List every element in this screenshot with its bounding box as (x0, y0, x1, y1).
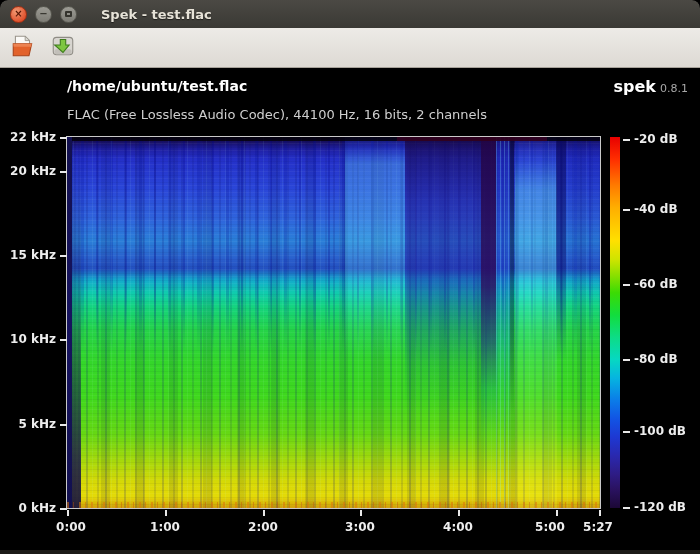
x-tick-mark (165, 510, 167, 516)
x-tick-label: 3:00 (336, 519, 384, 535)
spectrogram-bright-cyan-section (345, 137, 405, 360)
file-path: /home/ubuntu/test.flac (67, 78, 247, 94)
close-icon: × (14, 9, 22, 19)
x-tick-label: 2:00 (239, 519, 287, 535)
save-download-icon (50, 33, 76, 62)
minimize-icon: − (39, 9, 47, 19)
colorbar-tick-mark (623, 139, 630, 141)
x-tick-label: 5:27 (574, 519, 622, 535)
y-tick-mark (60, 424, 67, 426)
save-button[interactable] (47, 32, 78, 63)
y-tick-mark (60, 137, 67, 139)
spectrogram (66, 136, 601, 509)
y-tick-label: 0 kHz (0, 500, 56, 516)
spectrogram-tail-section (566, 137, 600, 304)
colorbar-tick-mark (623, 431, 630, 433)
y-tick-mark (60, 171, 67, 173)
colorbar-tick-mark (623, 209, 630, 211)
titlebar[interactable]: × − Spek - test.flac (0, 0, 700, 28)
spectrogram-panel: /home/ubuntu/test.flac spek0.8.1 FLAC (F… (0, 68, 700, 554)
spectrogram-dark-gap (510, 137, 514, 415)
file-info: FLAC (Free Lossless Audio Codec), 44100 … (67, 107, 487, 122)
x-tick-mark (556, 510, 558, 516)
y-tick-label: 5 kHz (0, 416, 56, 432)
y-tick-mark (60, 255, 67, 257)
colorbar-tick-label: -20 dB (634, 131, 696, 147)
x-tick-mark (458, 510, 460, 516)
brand-version: 0.8.1 (660, 82, 688, 95)
spectrogram-bass-speckle (67, 502, 600, 508)
spectrogram-quiet-section (405, 137, 481, 508)
x-tick-mark (263, 510, 265, 516)
colorbar-tick-label: -100 dB (634, 423, 696, 439)
x-tick-label: 5:00 (526, 519, 574, 535)
colorbar-tick-label: -40 dB (634, 201, 696, 217)
minimize-button[interactable]: − (35, 6, 52, 23)
spectrogram-fade-in-wedge (72, 137, 81, 508)
colorbar-tick-label: -80 dB (634, 351, 696, 367)
y-tick-label: 15 kHz (0, 247, 56, 263)
window-title: Spek - test.flac (101, 7, 212, 22)
toolbar (0, 28, 700, 68)
colorbar-tick-mark (623, 507, 630, 509)
x-tick-mark (67, 510, 69, 516)
open-folder-icon (10, 33, 36, 62)
spectrogram-navy-column (556, 137, 566, 360)
spectrogram-loud-section (515, 137, 557, 508)
colorbar-tick-label: -60 dB (634, 276, 696, 292)
y-tick-label: 10 kHz (0, 331, 56, 347)
spectrogram-silent-band (481, 137, 496, 508)
close-button[interactable]: × (10, 6, 27, 23)
open-file-button[interactable] (7, 32, 38, 63)
maximize-icon (65, 11, 72, 17)
colorbar-tick-label: -120 dB (634, 499, 696, 515)
spectrogram-top-tint (397, 137, 547, 141)
colorbar-tick-mark (623, 284, 630, 286)
y-tick-label: 20 kHz (0, 163, 56, 179)
brand-name: spek (614, 77, 656, 96)
db-colorbar (610, 137, 620, 508)
app-brand: spek0.8.1 (614, 77, 688, 96)
colorbar-tick-mark (623, 359, 630, 361)
y-tick-label: 22 kHz (0, 129, 56, 145)
x-tick-label: 1:00 (141, 519, 189, 535)
spectrogram-streak-band (496, 137, 510, 508)
y-tick-mark (60, 339, 67, 341)
x-tick-mark (599, 510, 601, 516)
maximize-button[interactable] (60, 6, 77, 23)
x-tick-mark (360, 510, 362, 516)
x-tick-label: 4:00 (434, 519, 482, 535)
y-tick-mark (60, 508, 67, 510)
window-bottom-edge (0, 550, 700, 554)
x-tick-label: 0:00 (47, 519, 95, 535)
app-window: × − Spek - test.flac (0, 0, 700, 554)
